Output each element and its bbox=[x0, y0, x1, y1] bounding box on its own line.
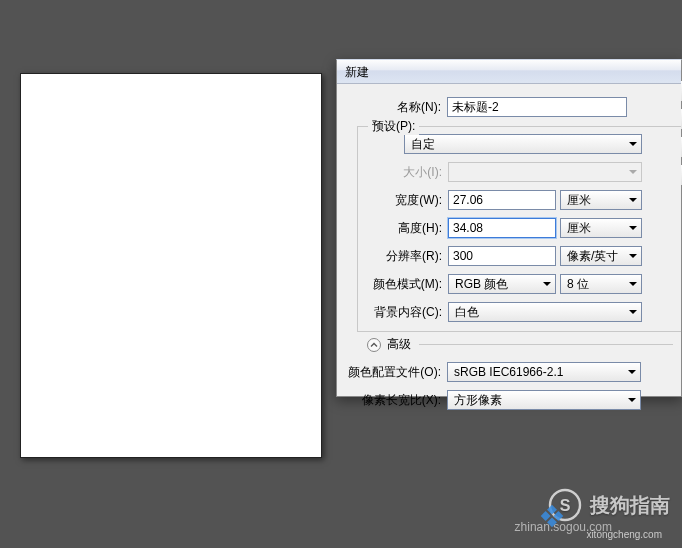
preset-value: 自定 bbox=[411, 136, 435, 153]
chevron-down-icon bbox=[628, 398, 636, 402]
chevron-down-icon bbox=[629, 170, 637, 174]
color-bits-value: 8 位 bbox=[567, 276, 589, 293]
size-dropdown bbox=[448, 162, 642, 182]
svg-rect-3 bbox=[553, 511, 563, 521]
background-label: 背景内容(C): bbox=[358, 304, 448, 321]
chevron-down-icon bbox=[629, 142, 637, 146]
svg-rect-4 bbox=[541, 511, 551, 521]
pixel-aspect-label: 像素长宽比(X): bbox=[337, 392, 447, 409]
pixel-aspect-value: 方形像素 bbox=[454, 392, 502, 409]
width-label: 宽度(W): bbox=[358, 192, 448, 209]
svg-rect-2 bbox=[547, 505, 557, 515]
height-label: 高度(H): bbox=[358, 220, 448, 237]
resolution-unit-dropdown[interactable]: 像素/英寸 bbox=[560, 246, 642, 266]
advanced-toggle[interactable]: 高级 bbox=[337, 332, 681, 355]
width-unit-dropdown[interactable]: 厘米 bbox=[560, 190, 642, 210]
chevron-down-icon bbox=[629, 254, 637, 258]
color-mode-dropdown[interactable]: RGB 颜色 bbox=[448, 274, 556, 294]
dialog-title: 新建 bbox=[345, 65, 369, 79]
resolution-label: 分辨率(R): bbox=[358, 248, 448, 265]
preset-dropdown[interactable]: 自定 bbox=[404, 134, 642, 154]
xitongcheng-logo-icon bbox=[540, 504, 564, 532]
watermark-brand: 搜狗指南 bbox=[590, 492, 670, 519]
background-dropdown[interactable]: 白色 bbox=[448, 302, 642, 322]
svg-rect-5 bbox=[547, 517, 557, 527]
resolution-unit-value: 像素/英寸 bbox=[567, 248, 618, 265]
chevron-down-icon bbox=[629, 310, 637, 314]
name-row: 名称(N): bbox=[337, 94, 681, 120]
chevron-down-icon bbox=[543, 282, 551, 286]
watermark-sogou: S 搜狗指南 bbox=[548, 488, 670, 522]
name-input[interactable] bbox=[447, 97, 627, 117]
document-canvas bbox=[20, 73, 322, 458]
height-input[interactable] bbox=[448, 218, 556, 238]
dialog-body: 存 删 名称(N): 预设(P): 自定 大小(I): bbox=[337, 84, 681, 396]
pixel-aspect-dropdown[interactable]: 方形像素 bbox=[447, 390, 641, 410]
preset-fieldset: 预设(P): 自定 大小(I): 宽度(W): 厘米 bbox=[357, 126, 681, 332]
chevron-down-icon bbox=[629, 198, 637, 202]
color-profile-dropdown[interactable]: sRGB IEC61966-2.1 bbox=[447, 362, 641, 382]
size-label: 大小(I): bbox=[358, 164, 448, 181]
chevron-down-icon bbox=[628, 370, 636, 374]
color-bits-dropdown[interactable]: 8 位 bbox=[560, 274, 642, 294]
chevron-up-icon bbox=[367, 338, 381, 352]
watermark-second-url: xitongcheng.com bbox=[586, 529, 662, 540]
height-unit-value: 厘米 bbox=[567, 220, 591, 237]
background-value: 白色 bbox=[455, 304, 479, 321]
advanced-label: 高级 bbox=[387, 336, 411, 353]
color-profile-value: sRGB IEC61966-2.1 bbox=[454, 365, 563, 379]
color-mode-value: RGB 颜色 bbox=[455, 276, 508, 293]
color-profile-label: 颜色配置文件(O): bbox=[337, 364, 447, 381]
width-unit-value: 厘米 bbox=[567, 192, 591, 209]
new-document-dialog: 新建 存 删 名称(N): 预设(P): 自定 大小(I): bbox=[336, 59, 682, 397]
color-mode-label: 颜色模式(M): bbox=[358, 276, 448, 293]
chevron-down-icon bbox=[629, 226, 637, 230]
width-input[interactable] bbox=[448, 190, 556, 210]
dialog-titlebar: 新建 bbox=[337, 60, 681, 84]
name-label: 名称(N): bbox=[337, 99, 447, 116]
height-unit-dropdown[interactable]: 厘米 bbox=[560, 218, 642, 238]
preset-fieldset-label: 预设(P): bbox=[368, 118, 419, 135]
resolution-input[interactable] bbox=[448, 246, 556, 266]
chevron-down-icon bbox=[629, 282, 637, 286]
